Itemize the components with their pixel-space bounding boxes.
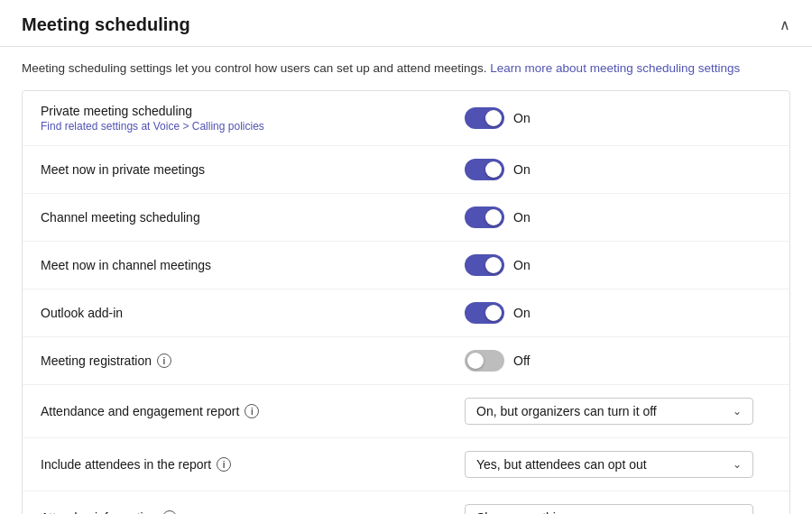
label-channel-meeting: Channel meeting scheduling: [41, 210, 465, 225]
label-meet-now-private: Meet now in private meetings: [41, 162, 465, 177]
info-icon-include-attendees[interactable]: i: [217, 457, 231, 472]
control-meeting-registration: Off: [465, 350, 771, 372]
setting-row-attendance-report: Attendance and engagement report i On, b…: [23, 385, 789, 438]
calling-policies-link[interactable]: Voice > Calling policies: [153, 120, 264, 133]
dropdown-attendance-report[interactable]: On, but organizers can turn it off ⌄: [465, 398, 753, 425]
info-icon-meeting-registration[interactable]: i: [157, 353, 171, 368]
control-include-attendees: Yes, but attendees can opt out ⌄: [465, 451, 771, 478]
control-attendee-info: Show everything ⌄: [465, 504, 771, 514]
learn-more-link[interactable]: Learn more about meeting scheduling sett…: [490, 61, 740, 75]
label-attendance-report: Attendance and engagement report i: [41, 404, 465, 418]
collapse-icon[interactable]: ∧: [780, 16, 790, 33]
toggle-status-meet-now-private: On: [513, 162, 535, 177]
control-meet-now-private: On: [465, 159, 771, 180]
dropdown-attendee-info-value: Show everything: [476, 510, 725, 514]
setting-row-attendee-info: Attendee information i Show everything ⌄: [23, 491, 789, 514]
label-group-attendance-report: Attendance and engagement report i: [41, 404, 465, 418]
setting-row-private-meeting-scheduling: Private meeting scheduling Find related …: [23, 91, 789, 146]
label-group-meeting-registration: Meeting registration i: [41, 353, 465, 368]
dropdown-attendee-info[interactable]: Show everything ⌄: [465, 504, 753, 514]
setting-row-outlook-addin: Outlook add-in On: [23, 289, 789, 337]
toggle-status-private-meeting: On: [513, 111, 535, 125]
toggle-status-meeting-registration: Off: [513, 353, 535, 368]
label-attendee-info: Attendee information i: [41, 510, 465, 514]
toggle-status-outlook-addin: On: [513, 306, 535, 320]
label-outlook-addin: Outlook add-in: [41, 306, 465, 320]
label-private-meeting-scheduling: Private meeting scheduling: [41, 104, 465, 118]
dropdown-include-attendees[interactable]: Yes, but attendees can opt out ⌄: [465, 451, 753, 478]
toggle-meet-now-channel[interactable]: [465, 254, 504, 276]
dropdown-attendance-report-value: On, but organizers can turn it off: [476, 404, 725, 418]
control-attendance-report: On, but organizers can turn it off ⌄: [465, 398, 771, 425]
label-group-include-attendees: Include attendees in the report i: [41, 457, 465, 472]
sub-label-calling-policies: Find related settings at Voice > Calling…: [41, 120, 465, 133]
setting-row-channel-meeting: Channel meeting scheduling On: [23, 194, 789, 242]
toggle-status-channel-meeting: On: [513, 210, 535, 225]
settings-list: Private meeting scheduling Find related …: [22, 90, 790, 514]
panel-description: Meeting scheduling settings let you cont…: [0, 47, 812, 90]
setting-row-meeting-registration: Meeting registration i Off: [23, 337, 789, 385]
dropdown-attendance-report-arrow: ⌄: [733, 405, 742, 418]
setting-row-meet-now-private: Meet now in private meetings On: [23, 146, 789, 194]
label-meet-now-channel: Meet now in channel meetings: [41, 258, 465, 272]
label-group-private-meeting: Private meeting scheduling Find related …: [41, 104, 465, 133]
control-outlook-addin: On: [465, 302, 771, 324]
description-text: Meeting scheduling settings let you cont…: [22, 61, 490, 75]
control-meet-now-channel: On: [465, 254, 771, 276]
control-private-meeting: On: [465, 107, 771, 129]
meeting-scheduling-panel: Meeting scheduling ∧ Meeting scheduling …: [0, 0, 812, 514]
setting-row-include-attendees: Include attendees in the report i Yes, b…: [23, 438, 789, 491]
info-icon-attendee-info[interactable]: i: [162, 510, 177, 514]
toggle-status-meet-now-channel: On: [513, 258, 535, 272]
panel-title: Meeting scheduling: [22, 14, 190, 35]
toggle-meet-now-private[interactable]: [465, 159, 504, 180]
label-meeting-registration: Meeting registration i: [41, 353, 465, 368]
label-group-attendee-info: Attendee information i: [41, 510, 465, 514]
label-group-outlook-addin: Outlook add-in: [41, 306, 465, 320]
panel-header: Meeting scheduling ∧: [0, 0, 812, 47]
info-icon-attendance-report[interactable]: i: [245, 404, 259, 418]
toggle-channel-meeting[interactable]: [465, 207, 504, 228]
toggle-private-meeting[interactable]: [465, 107, 504, 129]
label-group-meet-now-private: Meet now in private meetings: [41, 162, 465, 177]
toggle-outlook-addin[interactable]: [465, 302, 504, 324]
dropdown-include-attendees-value: Yes, but attendees can opt out: [476, 457, 725, 472]
control-channel-meeting: On: [465, 207, 771, 228]
setting-row-meet-now-channel: Meet now in channel meetings On: [23, 242, 789, 289]
label-include-attendees: Include attendees in the report i: [41, 457, 465, 472]
dropdown-include-attendees-arrow: ⌄: [733, 458, 742, 471]
toggle-meeting-registration[interactable]: [465, 350, 504, 372]
label-group-meet-now-channel: Meet now in channel meetings: [41, 258, 465, 272]
label-group-channel-meeting: Channel meeting scheduling: [41, 210, 465, 225]
